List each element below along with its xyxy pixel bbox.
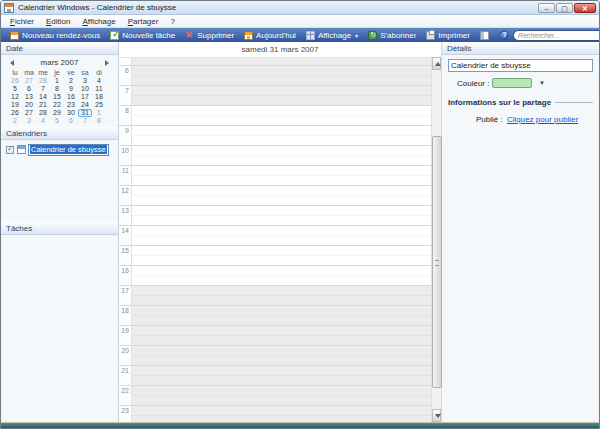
today-button[interactable]: Aujourd'hui xyxy=(239,29,301,42)
mini-calendar-day[interactable]: 25 xyxy=(92,101,106,109)
day-view-scrollbar[interactable] xyxy=(431,57,441,422)
mini-calendar-day[interactable]: 16 xyxy=(64,93,78,101)
menu-item[interactable]: Affichage xyxy=(76,17,121,26)
delete-button[interactable]: Supprimer xyxy=(180,29,239,42)
mini-calendar-day[interactable]: 2 xyxy=(64,77,78,85)
mini-calendar-day[interactable]: 24 xyxy=(78,101,92,109)
hour-cell[interactable] xyxy=(132,146,431,165)
next-month-icon[interactable] xyxy=(105,60,109,66)
mini-calendar-day[interactable]: 31 xyxy=(78,109,92,117)
hour-cell[interactable] xyxy=(132,86,431,105)
minimize-button[interactable]: – xyxy=(538,3,555,13)
mini-calendar-day[interactable]: 10 xyxy=(78,85,92,93)
scrollbar-thumb[interactable] xyxy=(432,136,442,388)
mini-calendar-day[interactable]: 3 xyxy=(22,117,36,125)
mini-calendar-day[interactable]: 9 xyxy=(64,85,78,93)
subscribe-button[interactable]: S'abonner xyxy=(363,29,421,42)
calendar-name-input[interactable] xyxy=(448,59,593,72)
mini-calendar-day[interactable]: 27 xyxy=(22,77,36,85)
hour-cell[interactable] xyxy=(132,366,431,385)
hour-cell[interactable] xyxy=(132,66,431,85)
mini-calendar-day[interactable]: 21 xyxy=(36,101,50,109)
hour-cell[interactable] xyxy=(132,246,431,265)
toolbar: Nouveau rendez-vous Nouvelle tâche Suppr… xyxy=(1,28,599,42)
toggle-details-pane-button[interactable] xyxy=(475,29,494,42)
view-icon xyxy=(306,31,315,40)
mini-calendar-day[interactable]: 22 xyxy=(50,101,64,109)
hour-row: 7 xyxy=(119,85,431,105)
mini-calendar-day[interactable]: 5 xyxy=(50,117,64,125)
mini-calendar-day[interactable]: 14 xyxy=(36,93,50,101)
mini-calendar-day[interactable]: 1 xyxy=(92,109,106,117)
mini-calendar-day[interactable]: 18 xyxy=(92,93,106,101)
mini-calendar-day[interactable]: 4 xyxy=(36,117,50,125)
color-swatch[interactable] xyxy=(492,78,532,88)
hour-cell[interactable] xyxy=(132,166,431,185)
hour-cell[interactable] xyxy=(132,386,431,405)
new-task-button[interactable]: Nouvelle tâche xyxy=(105,29,180,42)
mini-calendar-day[interactable]: 7 xyxy=(78,117,92,125)
maximize-button[interactable]: ▢ xyxy=(556,3,573,13)
scroll-up-button[interactable] xyxy=(432,57,441,70)
chevron-down-icon[interactable]: ▾ xyxy=(355,32,358,39)
mini-calendar-day[interactable]: 29 xyxy=(50,109,64,117)
help-button[interactable] xyxy=(494,29,513,42)
hour-cell[interactable] xyxy=(132,126,431,145)
hour-cell[interactable] xyxy=(132,226,431,245)
mini-calendar-day[interactable]: 6 xyxy=(22,85,36,93)
hour-cell[interactable] xyxy=(132,326,431,345)
mini-calendar-day[interactable]: 6 xyxy=(64,117,78,125)
color-dropdown-icon[interactable]: ▼ xyxy=(535,80,548,86)
details-panel: Détails Couleur : ▼ Informations sur le … xyxy=(442,42,599,422)
hour-cell[interactable] xyxy=(132,286,431,305)
new-appointment-button[interactable]: Nouveau rendez-vous xyxy=(5,29,105,42)
mini-calendar-day[interactable]: 8 xyxy=(50,85,64,93)
hour-cell[interactable] xyxy=(132,306,431,325)
mini-calendar-day[interactable]: 26 xyxy=(8,77,22,85)
calendar-checkbox[interactable] xyxy=(6,146,14,154)
menu-item[interactable]: Fichier xyxy=(4,17,40,26)
mini-calendar-day[interactable]: 28 xyxy=(36,109,50,117)
mini-calendar-day[interactable]: 19 xyxy=(8,101,22,109)
mini-calendar-day[interactable]: 4 xyxy=(92,77,106,85)
hour-cell[interactable] xyxy=(132,186,431,205)
mini-calendar-day[interactable]: 7 xyxy=(36,85,50,93)
mini-calendar-day[interactable]: 8 xyxy=(92,117,106,125)
app-window: Calendrier Windows - Calendrier de sbuys… xyxy=(0,0,600,429)
calendar-list-item[interactable]: Calendrier de sbuysse xyxy=(6,143,118,156)
mini-calendar-day[interactable]: 3 xyxy=(78,77,92,85)
menu-item[interactable]: Partager xyxy=(122,17,165,26)
mini-calendar-day[interactable]: 28 xyxy=(36,77,50,85)
publish-link[interactable]: Cliquez pour publier xyxy=(507,115,578,124)
menu-item[interactable]: Edition xyxy=(40,17,76,26)
search-input[interactable]: Rechercher... xyxy=(513,30,600,41)
mini-calendar-day[interactable]: 27 xyxy=(22,109,36,117)
print-button[interactable]: Imprimer xyxy=(421,29,475,42)
hour-cell[interactable] xyxy=(132,106,431,125)
calendar-name-edit[interactable]: Calendrier de sbuysse xyxy=(28,144,109,156)
menu-item[interactable]: ? xyxy=(164,17,180,26)
scroll-down-button[interactable] xyxy=(432,409,441,422)
mini-calendar-day[interactable]: 17 xyxy=(78,93,92,101)
hour-label: 15 xyxy=(119,246,132,265)
mini-calendar-day[interactable]: 23 xyxy=(64,101,78,109)
mini-calendar-day[interactable]: 15 xyxy=(50,93,64,101)
mini-calendar-day[interactable]: 30 xyxy=(64,109,78,117)
mini-calendar-day[interactable]: 5 xyxy=(8,85,22,93)
hour-cell[interactable] xyxy=(132,406,431,422)
mini-calendar-day[interactable]: 12 xyxy=(8,93,22,101)
hour-label: 21 xyxy=(119,366,132,385)
delete-icon xyxy=(185,31,194,40)
close-button[interactable]: ✕ xyxy=(574,3,596,13)
hour-cell[interactable] xyxy=(132,266,431,285)
view-button[interactable]: Affichage ▾ xyxy=(301,29,363,42)
mini-calendar: mars 2007 lumamejevesadi 262728123456789… xyxy=(1,55,118,127)
mini-calendar-day[interactable]: 11 xyxy=(92,85,106,93)
hour-cell[interactable] xyxy=(132,206,431,225)
hour-cell[interactable] xyxy=(132,346,431,365)
mini-calendar-day[interactable]: 26 xyxy=(8,109,22,117)
mini-calendar-day[interactable]: 20 xyxy=(22,101,36,109)
mini-calendar-day[interactable]: 1 xyxy=(50,77,64,85)
mini-calendar-day[interactable]: 13 xyxy=(22,93,36,101)
mini-calendar-day[interactable]: 2 xyxy=(8,117,22,125)
